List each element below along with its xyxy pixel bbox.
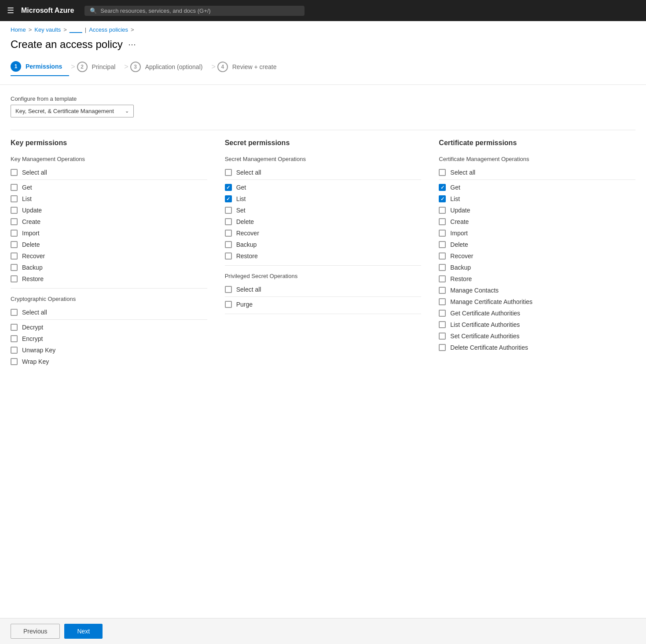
step-num-3: 3: [130, 62, 141, 72]
wizard-step-1[interactable]: 1 Permissions: [11, 58, 69, 76]
checkbox-label: Get: [22, 184, 32, 191]
hamburger-icon[interactable]: ☰: [7, 6, 14, 15]
checkbox-label: Select all: [22, 169, 47, 176]
checkbox-cert-recover[interactable]: [439, 252, 446, 260]
checkbox-key-backup[interactable]: [11, 264, 18, 271]
checkbox-label: Manage Contacts: [450, 287, 499, 294]
checkbox-crypto-encrypt[interactable]: [11, 335, 18, 342]
checkbox-secret-recover[interactable]: [225, 230, 232, 237]
list-item: List: [225, 193, 422, 205]
checkbox-key-create[interactable]: [11, 218, 18, 225]
checkbox-secret-delete[interactable]: [225, 218, 232, 225]
list-item: Recover: [439, 250, 635, 262]
cert-management-list: Select all Get List Update: [439, 167, 635, 353]
checkbox-label: Set: [236, 207, 246, 214]
list-item: Select all: [11, 307, 207, 320]
checkbox-key-list[interactable]: [11, 195, 18, 202]
list-item: Update: [11, 205, 207, 216]
checkbox-label: List Certificate Authorities: [450, 321, 520, 328]
list-item: List: [11, 193, 207, 205]
checkbox-key-get[interactable]: [11, 184, 18, 191]
checkbox-label: Delete: [236, 218, 254, 225]
checkbox-cert-backup[interactable]: [439, 264, 446, 271]
checkbox-key-delete[interactable]: [11, 241, 18, 248]
list-item: List Certificate Authorities: [439, 319, 635, 330]
template-dropdown[interactable]: Key, Secret, & Certificate Management ⌄: [11, 105, 134, 117]
checkbox-secret-select-all[interactable]: [225, 169, 232, 176]
checkbox-key-recover[interactable]: [11, 252, 18, 260]
template-value: Key, Secret, & Certificate Management: [15, 108, 125, 114]
checkbox-cert-get-ca[interactable]: [439, 310, 446, 317]
checkbox-label: Delete: [450, 241, 468, 248]
privileged-secret-label: Privileged Secret Operations: [225, 273, 422, 279]
list-item: Restore: [11, 273, 207, 285]
checkbox-secret-restore[interactable]: [225, 252, 232, 260]
checkbox-cert-restore[interactable]: [439, 275, 446, 282]
list-item: Delete: [11, 239, 207, 250]
template-section: Configure from a template Key, Secret, &…: [11, 95, 635, 117]
breadcrumb: Home > Key vaults > ____ | Access polici…: [0, 21, 646, 35]
checkbox-cert-manage-contacts[interactable]: [439, 287, 446, 294]
list-item: Purge: [225, 299, 422, 310]
checkbox-crypto-decrypt[interactable]: [11, 324, 18, 331]
checkbox-cert-import[interactable]: [439, 230, 446, 237]
key-management-label: Key Management Operations: [11, 156, 207, 162]
list-item: Restore: [225, 250, 422, 262]
checkbox-secret-backup[interactable]: [225, 241, 232, 248]
checkbox-key-restore[interactable]: [11, 275, 18, 282]
checkbox-crypto-wrapkey[interactable]: [11, 358, 18, 365]
list-item: Recover: [225, 227, 422, 239]
checkbox-label: Restore: [450, 275, 472, 282]
checkbox-cert-update[interactable]: [439, 207, 446, 214]
checkbox-cert-list[interactable]: [439, 195, 446, 202]
search-icon: 🔍: [90, 7, 97, 14]
checkbox-priv-purge[interactable]: [225, 301, 232, 308]
wizard-steps: 1 Permissions > 2 Principal > 3 Applicat…: [0, 58, 646, 85]
checkbox-label: List: [236, 195, 246, 202]
wizard-step-3[interactable]: 3 Application (optional): [130, 58, 210, 76]
checkbox-priv-select-all[interactable]: [225, 286, 232, 293]
checkbox-cert-get[interactable]: [439, 184, 446, 191]
checkbox-key-import[interactable]: [11, 230, 18, 237]
breadcrumb-keyvaults[interactable]: Key vaults: [34, 26, 61, 33]
cert-management-section: Certificate Management Operations Select…: [439, 156, 635, 353]
breadcrumb-sep-4: >: [131, 26, 134, 33]
checkbox-cert-set-ca[interactable]: [439, 333, 446, 340]
checkbox-label: Import: [450, 230, 468, 237]
checkbox-cert-select-all[interactable]: [439, 169, 446, 176]
list-item: Manage Contacts: [439, 285, 635, 296]
checkbox-crypto-select-all[interactable]: [11, 309, 18, 316]
list-item: Delete: [225, 216, 422, 227]
checkbox-key-select-all[interactable]: [11, 169, 18, 176]
step-sep-1: >: [71, 63, 75, 71]
checkbox-crypto-unwrapkey[interactable]: [11, 347, 18, 354]
checkbox-label: Create: [22, 218, 40, 225]
page-header: Create an access policy ⋯: [0, 35, 646, 58]
key-permissions-title: Key permissions: [11, 139, 207, 147]
list-item: Import: [439, 227, 635, 239]
template-label: Configure from a template: [11, 95, 635, 102]
checkbox-label: Wrap Key: [22, 358, 49, 365]
wizard-step-2[interactable]: 2 Principal: [77, 58, 123, 76]
list-item: Select all: [225, 167, 422, 180]
checkbox-cert-delete-ca[interactable]: [439, 344, 446, 351]
ellipsis-icon[interactable]: ⋯: [128, 40, 136, 49]
checkbox-secret-set[interactable]: [225, 207, 232, 214]
checkbox-cert-create[interactable]: [439, 218, 446, 225]
wizard-step-4[interactable]: 4 Review + create: [217, 58, 284, 76]
checkbox-secret-get[interactable]: [225, 184, 232, 191]
list-item: Update: [439, 205, 635, 216]
checkbox-label: Delete: [22, 241, 40, 248]
cert-management-label: Certificate Management Operations: [439, 156, 635, 162]
search-bar[interactable]: 🔍 Search resources, services, and docs (…: [84, 6, 305, 16]
checkbox-key-update[interactable]: [11, 207, 18, 214]
checkbox-cert-manage-ca[interactable]: [439, 298, 446, 305]
breadcrumb-access-policies[interactable]: Access policies: [89, 26, 128, 33]
checkbox-label: Get: [450, 184, 460, 191]
breadcrumb-home[interactable]: Home: [11, 26, 26, 33]
checkbox-cert-list-ca[interactable]: [439, 321, 446, 328]
certificate-permissions-title: Certificate permissions: [439, 139, 635, 147]
checkbox-secret-list[interactable]: [225, 195, 232, 202]
list-item: List: [439, 193, 635, 205]
checkbox-cert-delete[interactable]: [439, 241, 446, 248]
